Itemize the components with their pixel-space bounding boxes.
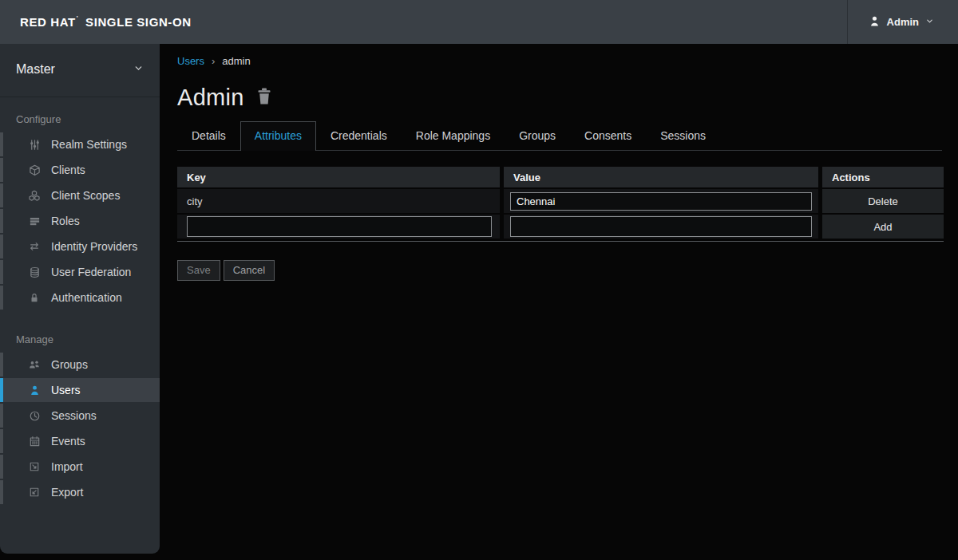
tab-details[interactable]: Details [177, 121, 240, 150]
sidebar-item-label: Events [51, 435, 85, 448]
sidebar-item-label: Authentication [51, 291, 122, 304]
user-icon [27, 384, 42, 396]
delete-attribute-action[interactable]: Delete [868, 195, 898, 207]
sidebar-item-clients[interactable]: Clients [0, 158, 160, 182]
column-header-actions: Actions [822, 167, 944, 187]
sidebar-item-events[interactable]: Events [0, 429, 160, 453]
sidebar-item-authentication[interactable]: Authentication [0, 286, 160, 310]
sliders-icon [27, 138, 42, 151]
sidebar-item-label: Sessions [51, 409, 97, 422]
sidebar-item-identity-providers[interactable]: Identity Providers [0, 235, 160, 258]
top-header: RED HAT' SINGLE SIGN-ON Admin [0, 0, 958, 44]
calendar-icon [27, 435, 42, 448]
user-menu[interactable]: Admin [847, 0, 958, 44]
breadcrumb: Users › admin [177, 53, 942, 68]
sidebar-item-label: Roles [51, 215, 80, 227]
sidebar-item-roles[interactable]: Roles [0, 209, 160, 233]
save-button[interactable]: Save [177, 260, 220, 281]
list-bars-icon [27, 215, 42, 227]
attributes-table: Key Value Actions city Delete Add [177, 167, 944, 242]
title-row: Admin [177, 84, 942, 111]
attribute-value-input[interactable] [510, 192, 812, 211]
brand-red-hat: RED HAT [20, 15, 76, 29]
database-icon [27, 266, 42, 278]
chevron-down-icon [925, 16, 934, 28]
group-icon [27, 358, 42, 371]
sidebar-item-label: Groups [51, 358, 88, 371]
page-title: Admin [177, 85, 244, 111]
tab-attributes[interactable]: Attributes [240, 121, 316, 151]
sidebar-item-sessions[interactable]: Sessions [0, 404, 160, 428]
sidebar-item-label: Import [51, 460, 83, 473]
clock-icon [27, 409, 42, 422]
chevron-right-icon: › [212, 55, 215, 67]
user-avatar-icon [869, 15, 881, 30]
sidebar-item-label: Clients [51, 164, 85, 176]
sidebar: Master Configure Realm Settings Clients … [0, 44, 160, 554]
breadcrumb-users-link[interactable]: Users [177, 55, 204, 67]
sidebar-item-realm-settings[interactable]: Realm Settings [0, 132, 160, 156]
tab-bar: Details Attributes Credentials Role Mapp… [177, 121, 942, 151]
cube-icon [27, 164, 42, 176]
new-attribute-value-input[interactable] [510, 216, 812, 237]
sidebar-section-configure: Configure [0, 97, 160, 132]
brand-product: SINGLE SIGN-ON [85, 15, 192, 29]
main-content: Users › admin Admin Details Attributes C… [160, 44, 958, 560]
sidebar-item-users[interactable]: Users [0, 378, 160, 402]
sidebar-item-export[interactable]: Export [0, 480, 160, 504]
table-row: Add [177, 215, 944, 239]
sidebar-item-groups[interactable]: Groups [0, 353, 160, 377]
sidebar-item-label: Client Scopes [51, 189, 120, 202]
tab-role-mappings[interactable]: Role Mappings [402, 121, 505, 150]
sidebar-item-label: Users [51, 384, 81, 396]
export-icon [27, 486, 42, 499]
add-attribute-action[interactable]: Add [873, 221, 892, 233]
sidebar-item-import[interactable]: Import [0, 455, 160, 479]
sidebar-item-label: User Federation [51, 266, 131, 278]
breadcrumb-current: admin [222, 55, 250, 67]
column-header-key: Key [177, 167, 500, 187]
chevron-down-icon [133, 62, 144, 77]
tab-sessions[interactable]: Sessions [646, 121, 720, 150]
new-attribute-key-input[interactable] [187, 216, 492, 237]
column-header-value: Value [504, 167, 818, 187]
table-row: city Delete [177, 189, 944, 213]
sidebar-item-label: Export [51, 486, 83, 499]
realm-selector[interactable]: Master [0, 44, 160, 97]
tab-credentials[interactable]: Credentials [316, 121, 402, 150]
tab-groups[interactable]: Groups [505, 121, 570, 150]
sidebar-section-manage: Manage [0, 311, 160, 353]
brand-trademark: ' [77, 14, 79, 22]
form-actions: Save Cancel [177, 260, 942, 281]
exchange-arrows-icon [27, 240, 42, 253]
table-header-row: Key Value Actions [177, 167, 944, 187]
sidebar-item-label: Identity Providers [51, 240, 137, 253]
sidebar-item-label: Realm Settings [51, 138, 127, 151]
trash-icon [256, 88, 272, 108]
brand-logo: RED HAT' SINGLE SIGN-ON [0, 15, 192, 29]
cancel-button[interactable]: Cancel [224, 260, 275, 281]
delete-user-button[interactable] [256, 88, 272, 108]
import-icon [27, 460, 42, 473]
sidebar-item-client-scopes[interactable]: Client Scopes [0, 183, 160, 207]
tab-consents[interactable]: Consents [570, 121, 646, 150]
attribute-key-cell: city [177, 189, 500, 213]
user-menu-label: Admin [887, 16, 919, 28]
realm-name: Master [16, 62, 55, 77]
lock-icon [27, 291, 42, 304]
sidebar-item-user-federation[interactable]: User Federation [0, 260, 160, 284]
cubes-icon [27, 189, 42, 202]
